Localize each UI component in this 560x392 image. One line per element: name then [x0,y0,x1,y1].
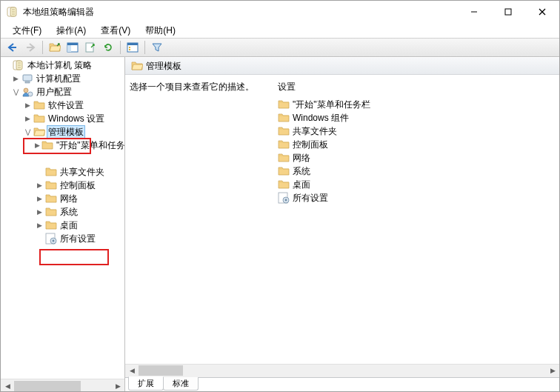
scroll-left-button[interactable]: ◀ [125,365,139,376]
tree-horizontal-scrollbar[interactable]: ◀ ▶ [1,379,124,392]
list-item-desktop[interactable]: 桌面 [278,178,555,191]
tree-node-label: Windows 设置 [47,113,106,125]
forward-button[interactable] [21,39,39,56]
expand-icon[interactable]: ▶ [35,196,44,202]
toolbar-separator [42,41,43,54]
list-item-windows-components[interactable]: Windows 组件 [278,111,555,124]
folder-icon [33,113,45,124]
folder-icon [278,139,290,150]
refresh-button[interactable] [99,39,117,56]
tab-extended[interactable]: 扩展 [128,376,164,391]
menu-file[interactable]: 文件(F) [7,24,47,38]
scroll-thumb[interactable] [139,365,183,376]
export-button[interactable] [81,39,99,56]
svg-rect-19 [86,43,93,52]
tree-node-windows-settings[interactable]: ▶ Windows 设置 [1,112,124,125]
list-item-system[interactable]: 系统 [278,165,555,178]
list-header: 设置 [278,81,555,93]
svg-rect-23 [129,49,130,50]
tree-node-all-settings[interactable]: ▶ 所有设置 [1,232,124,245]
tree-node-desktop[interactable]: ▶ 桌面 [1,219,124,232]
description-text: 选择一个项目来查看它的描述。 [130,82,254,92]
expand-icon[interactable]: ▶ [23,116,32,122]
folder-icon [33,99,45,111]
content-pane: 管理模板 选择一个项目来查看它的描述。 设置 "开始"菜单和任务栏 Window… [125,57,559,392]
tree-node-admin-templates[interactable]: ⋁ 管理模板 [1,125,124,139]
scroll-thumb[interactable] [14,381,81,391]
folder-open-icon [131,60,143,72]
list-item-shared-folders[interactable]: 共享文件夹 [278,124,555,138]
menu-action[interactable]: 操作(A) [50,24,92,38]
tree-node-user-config[interactable]: ⋁ 用户配置 [1,85,124,99]
properties-button[interactable] [124,39,141,56]
minimize-button[interactable] [457,1,491,23]
tree-node-label: 管理模板 [47,125,85,139]
toolbar-separator [144,41,145,54]
tree-node-start-taskbar[interactable]: ▶ "开始"菜单和任务栏 [1,139,124,152]
svg-rect-13 [505,9,511,15]
collapse-icon[interactable]: ⋁ [23,129,32,136]
tree-node-system[interactable]: ▶ 系统 [1,205,124,219]
svg-rect-22 [129,47,130,48]
tree-node-software-settings[interactable]: ▶ 软件设置 [1,99,124,112]
up-button[interactable] [46,39,64,56]
show-hide-tree-button[interactable] [64,39,81,56]
scroll-right-button[interactable]: ▶ [111,380,124,392]
content-body: 选择一个项目来查看它的描述。 设置 "开始"菜单和任务栏 Windows 组件 … [125,75,559,364]
scroll-track[interactable] [14,380,111,392]
tree-node-label: 本地计算机 策略 [26,59,93,72]
svg-rect-21 [127,43,138,45]
computer-icon [21,73,33,84]
tree-node-label: 所有设置 [59,233,97,245]
folder-icon [45,206,57,218]
tree-node-network[interactable]: ▶ 网络 [1,192,124,205]
svg-rect-17 [67,43,78,45]
tree-node-label: 计算机配置 [35,73,82,85]
expand-icon[interactable]: ▶ [35,209,44,216]
annotation-highlight [39,249,109,265]
tab-standard[interactable]: 标准 [163,377,199,391]
gear-sheet-icon [45,233,57,245]
main-area: ▶ 本地计算机 策略 ▶ 计算机配置 ⋁ 用户配置 ▶ 软件设置 [1,57,559,392]
expand-icon[interactable]: ▶ [35,182,44,189]
list-item-control-panel[interactable]: 控制面板 [278,138,555,151]
collapse-icon[interactable]: ⋁ [11,89,20,96]
filter-button[interactable] [148,39,166,56]
user-icon [21,86,33,98]
folder-icon [41,139,53,151]
svg-rect-18 [67,45,71,52]
list-item-label: 系统 [293,165,310,178]
expand-icon[interactable]: ▶ [11,76,20,82]
scroll-track[interactable] [139,365,546,376]
folder-icon [45,166,57,178]
scroll-left-button[interactable]: ◀ [1,380,14,392]
tree-node-label: "开始"菜单和任务栏 [55,139,124,152]
list-item-label: 控制面板 [293,139,328,151]
list-item-all-settings[interactable]: 所有设置 [278,191,555,205]
expand-icon[interactable]: ▶ [35,142,40,149]
folder-icon [45,193,57,205]
tree-node-root[interactable]: ▶ 本地计算机 策略 [1,59,124,72]
list-item-start-taskbar[interactable]: "开始"菜单和任务栏 [278,98,555,111]
console-tree[interactable]: ▶ 本地计算机 策略 ▶ 计算机配置 ⋁ 用户配置 ▶ 软件设置 [1,57,124,379]
folder-icon [278,112,290,124]
titlebar: 本地组策略编辑器 [1,1,559,23]
menu-help[interactable]: 帮助(H) [139,24,181,38]
settings-list: 设置 "开始"菜单和任务栏 Windows 组件 共享文件夹 控制面板 [278,81,555,358]
tree-node-computer-config[interactable]: ▶ 计算机配置 [1,72,124,85]
expand-icon[interactable]: ▶ [35,222,44,229]
close-button[interactable] [525,1,559,23]
back-button[interactable] [4,39,21,56]
maximize-button[interactable] [491,1,525,23]
tree-node-shared-folders[interactable]: ▶ 共享文件夹 [1,165,124,179]
list-item-network[interactable]: 网络 [278,151,555,165]
scroll-right-button[interactable]: ▶ [546,365,559,376]
expand-icon[interactable]: ▶ [23,102,32,109]
scroll-icon [13,59,24,71]
list-item-label: 共享文件夹 [293,125,337,138]
content-horizontal-scrollbar[interactable]: ◀ ▶ [125,364,559,377]
menubar: 文件(F) 操作(A) 查看(V) 帮助(H) [1,23,559,38]
menu-view[interactable]: 查看(V) [95,24,136,38]
tree-node-control-panel[interactable]: ▶ 控制面板 [1,179,124,192]
tree-node-label: 软件设置 [47,99,85,112]
